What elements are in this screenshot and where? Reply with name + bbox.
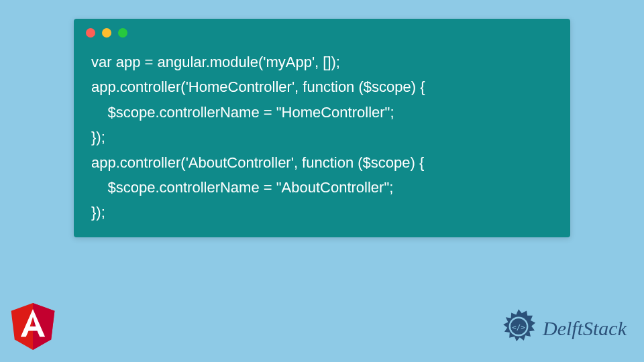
code-line: $scope.controllerName = "AboutController… xyxy=(91,179,393,196)
minimize-dot-icon xyxy=(102,28,111,38)
close-dot-icon xyxy=(86,28,95,38)
code-line: app.controller('HomeController', functio… xyxy=(91,78,425,95)
code-line: $scope.controllerName = "HomeController"… xyxy=(91,104,394,121)
window-controls xyxy=(74,19,570,43)
code-line: app.controller('AboutController', functi… xyxy=(91,154,424,171)
code-content: var app = angular.module('myApp', []); a… xyxy=(74,43,570,225)
code-snippet-card: var app = angular.module('myApp', []); a… xyxy=(74,19,570,237)
maximize-dot-icon xyxy=(118,28,127,38)
delftstack-gear-icon: </> xyxy=(498,308,539,349)
code-line: }); xyxy=(91,204,105,221)
brand-name: DelftStack xyxy=(543,317,627,340)
code-line: }); xyxy=(91,129,105,145)
angular-logo-icon xyxy=(11,303,55,350)
code-line: var app = angular.module('myApp', []); xyxy=(91,54,340,70)
brand-badge: </> DelftStack xyxy=(498,308,627,349)
svg-text:</>: </> xyxy=(512,323,525,332)
